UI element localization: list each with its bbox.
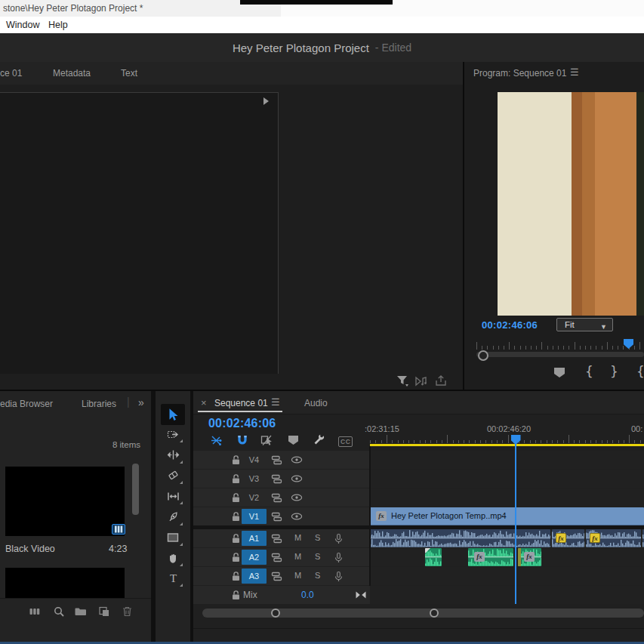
- add-marker-icon[interactable]: [554, 368, 565, 377]
- mute-button[interactable]: M: [294, 571, 301, 580]
- lock-icon[interactable]: [230, 510, 242, 522]
- toggle-track-output-eye-icon[interactable]: [291, 491, 303, 504]
- scrollbar-zoom-handle-left[interactable]: [271, 609, 280, 618]
- lock-icon[interactable]: [230, 589, 242, 601]
- video-clip-v1[interactable]: fx Hey Peter Plotagon Temp..mp4: [370, 507, 644, 525]
- razor-tool[interactable]: [161, 466, 185, 485]
- audio-clip-a1[interactable]: fx: [586, 529, 641, 547]
- tab-metadata[interactable]: Metadata: [53, 68, 91, 79]
- list-view-icon[interactable]: [29, 605, 41, 618]
- voiceover-mic-icon[interactable]: [332, 551, 344, 563]
- scrollbar-zoom-handle-right[interactable]: [430, 609, 439, 618]
- timeline-settings-wrench-icon[interactable]: [313, 433, 326, 447]
- media-thumbnail-2[interactable]: [5, 568, 125, 598]
- media-scrollbar[interactable]: [132, 464, 139, 515]
- tab-sequence-01[interactable]: Sequence 01: [214, 398, 268, 408]
- captions-icon[interactable]: CC: [338, 436, 353, 447]
- track-content-V2[interactable]: [370, 488, 644, 507]
- add-marker-icon[interactable]: [288, 436, 298, 445]
- track-target-V3[interactable]: V3: [242, 471, 267, 486]
- menu-help[interactable]: Help: [48, 20, 68, 30]
- track-header-divider[interactable]: [369, 446, 371, 604]
- track-target-A1[interactable]: A1: [242, 531, 267, 546]
- mark-in-icon[interactable]: {: [585, 364, 593, 379]
- tab-overflow-icon[interactable]: »: [138, 396, 144, 408]
- playhead-line[interactable]: [515, 436, 516, 604]
- zoom-level-select[interactable]: Fit ▼: [556, 318, 613, 331]
- solo-button[interactable]: S: [315, 552, 320, 561]
- source-patch-icon[interactable]: [270, 491, 282, 504]
- hand-tool[interactable]: [161, 548, 185, 568]
- filmstrip-badge-icon[interactable]: [112, 524, 125, 535]
- play-arrow-icon[interactable]: [263, 97, 269, 105]
- timeline-timecode[interactable]: 00:02:46:06: [208, 417, 276, 430]
- panel-menu-icon[interactable]: ☰: [570, 66, 579, 78]
- audio-clip-a2[interactable]: fx: [468, 548, 513, 566]
- track-content-V3[interactable]: [370, 470, 644, 488]
- export-frame-icon[interactable]: [434, 374, 448, 387]
- tab-libraries[interactable]: Libraries: [82, 399, 116, 409]
- mark-out-icon[interactable]: }: [610, 364, 618, 379]
- audio-clip-a2[interactable]: fx: [518, 548, 541, 566]
- trash-icon[interactable]: [122, 605, 133, 618]
- track-target-A3[interactable]: A3: [242, 569, 267, 584]
- linked-selection-icon[interactable]: [260, 434, 274, 447]
- program-scrollbar[interactable]: [476, 352, 644, 357]
- timeline-ruler[interactable]: [370, 433, 644, 444]
- lock-icon[interactable]: [230, 454, 242, 466]
- track-select-forward-tool[interactable]: [161, 424, 185, 444]
- tab-text[interactable]: Text: [121, 68, 137, 79]
- track-target-V2[interactable]: V2: [242, 490, 267, 505]
- source-patch-icon[interactable]: [270, 510, 282, 522]
- ripple-edit-tool[interactable]: [161, 445, 185, 465]
- track-target-V4[interactable]: V4: [242, 452, 267, 467]
- mute-button[interactable]: M: [294, 533, 301, 542]
- timeline-scrollbar[interactable]: [202, 609, 644, 618]
- lock-icon[interactable]: [230, 491, 242, 504]
- track-target-A2[interactable]: A2: [242, 550, 267, 565]
- source-patch-icon[interactable]: [270, 473, 282, 485]
- program-panel-title[interactable]: Program: Sequence 01: [473, 68, 566, 79]
- source-patch-icon[interactable]: [270, 570, 282, 582]
- program-scroll-knob[interactable]: [478, 350, 488, 361]
- type-tool[interactable]: T: [161, 569, 185, 588]
- track-content-A3[interactable]: [370, 567, 644, 585]
- source-patch-icon[interactable]: [270, 454, 282, 466]
- new-bin-folder-icon[interactable]: [74, 605, 87, 618]
- play-audio-icon[interactable]: [414, 375, 428, 387]
- lock-icon[interactable]: [230, 551, 242, 563]
- program-mini-ruler[interactable]: [476, 338, 644, 350]
- audio-clip-a1[interactable]: [370, 529, 550, 547]
- toggle-track-output-eye-icon[interactable]: [291, 510, 303, 522]
- snap-icon[interactable]: [236, 433, 249, 447]
- program-timecode[interactable]: 00:02:46:06: [482, 319, 538, 331]
- mix-track-content[interactable]: [370, 586, 644, 604]
- mute-button[interactable]: M: [294, 552, 301, 561]
- toggle-track-output-eye-icon[interactable]: [291, 454, 303, 466]
- audio-clip-a1[interactable]: fx: [552, 529, 584, 547]
- tab-media-browser[interactable]: edia Browser: [0, 399, 53, 409]
- solo-button[interactable]: S: [315, 533, 320, 542]
- keyframe-nav-icon[interactable]: [355, 589, 367, 601]
- new-item-icon[interactable]: [98, 605, 110, 618]
- menu-window[interactable]: Window: [6, 20, 39, 30]
- source-patch-icon[interactable]: [270, 532, 282, 544]
- lock-icon[interactable]: [230, 532, 242, 544]
- lock-icon[interactable]: [230, 473, 242, 485]
- audio-clip-a2[interactable]: [425, 548, 442, 566]
- nest-sequence-icon[interactable]: [210, 434, 223, 447]
- solo-button[interactable]: S: [315, 571, 320, 580]
- source-patch-icon[interactable]: [270, 551, 282, 563]
- media-thumbnail-black-video[interactable]: [5, 467, 125, 536]
- filter-icon[interactable]: [396, 374, 409, 387]
- tab-audio[interactable]: Audio: [304, 398, 328, 408]
- media-item-name[interactable]: Black Video: [5, 544, 55, 554]
- zoom-search-icon[interactable]: [53, 605, 65, 618]
- close-icon[interactable]: ×: [201, 397, 207, 408]
- voiceover-mic-icon[interactable]: [332, 532, 344, 544]
- mix-value[interactable]: 0.0: [301, 590, 314, 600]
- pen-tool[interactable]: [161, 507, 185, 527]
- tab-source-sequence[interactable]: ce 01: [0, 68, 22, 79]
- panel-menu-icon[interactable]: ☰: [271, 396, 280, 408]
- toggle-track-output-eye-icon[interactable]: [291, 473, 303, 485]
